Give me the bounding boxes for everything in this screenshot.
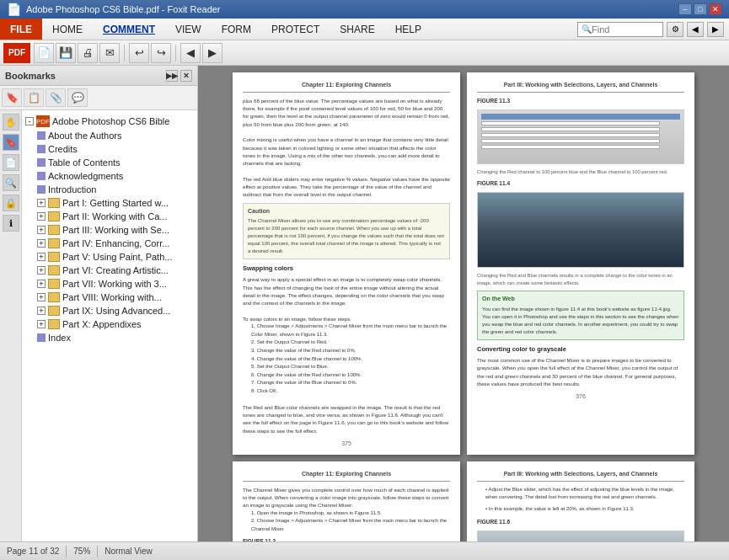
sidebar-icon-comment[interactable]: 💬 — [67, 88, 88, 107]
maximize-button[interactable]: □ — [694, 3, 707, 15]
bookmark-pdf-icon: PDF — [36, 115, 50, 127]
sidebar-collapse-button[interactable]: ✕ — [180, 70, 192, 82]
pdf-row-1: Chapter 11: Exploring Channels plus 68 p… — [205, 72, 722, 455]
title-bar-left: 📄 Adobe Photoshop CS6 Bible.pdf - Foxit … — [7, 3, 221, 16]
menu-comment[interactable]: COMMENT — [93, 19, 165, 40]
dialog-header — [481, 114, 680, 120]
sidebar-icon-bookmark[interactable]: 🔖 — [2, 88, 22, 107]
figure-box-378-1 — [477, 531, 684, 541]
bookmarks-label: Bookmarks — [5, 71, 56, 81]
step-1: 1. Choose Image > Adjustments > Channel … — [251, 323, 450, 339]
status-bar: Page 11 of 32 75% Normal View — [0, 541, 729, 560]
minimize-button[interactable]: – — [678, 3, 692, 15]
menu-form[interactable]: FORM — [212, 19, 261, 40]
title-bar: 📄 Adobe Photoshop CS6 Bible.pdf - Foxit … — [0, 0, 729, 19]
left-icon-bookmark[interactable]: 🔖 — [3, 134, 19, 151]
bookmark-folder-4 — [48, 238, 60, 248]
save-button[interactable]: 💾 — [56, 43, 76, 63]
menu-view[interactable]: VIEW — [165, 19, 212, 40]
bookmark-about-authors[interactable]: About the Authors — [22, 129, 197, 142]
title-bar-controls[interactable]: – □ ✕ — [678, 3, 722, 15]
left-icon-search[interactable]: 🔍 — [3, 174, 19, 191]
bookmark-index[interactable]: Index — [22, 331, 197, 344]
page-378-chapter-header: Part III: Working with Selections, Layer… — [477, 470, 684, 482]
bookmark-label-part7: Part VII: Working with 3... — [62, 279, 194, 289]
status-zoom: 75% — [73, 547, 90, 556]
sidebar-icon-layers[interactable]: 📋 — [24, 88, 44, 107]
bookmark-part1[interactable]: + Part I: Getting Started w... — [22, 196, 197, 210]
menu-file[interactable]: FILE — [0, 19, 42, 40]
left-icon-hand[interactable]: ✋ — [3, 114, 19, 131]
bookmark-part4[interactable]: + Part IV: Enhancing, Corr... — [22, 237, 197, 250]
bookmark-folder-6 — [48, 265, 60, 275]
bookmark-part5[interactable]: + Part V: Using Paint, Path... — [22, 250, 197, 264]
bookmark-introduction[interactable]: Introduction — [22, 183, 197, 196]
bookmark-expand-7[interactable]: + — [37, 280, 46, 288]
step-8: 8. Click OK. — [251, 387, 450, 396]
bookmark-folder-8 — [48, 292, 60, 302]
bookmark-part3[interactable]: + Part III: Working with Se... — [22, 223, 197, 237]
sidebar-icon-row: 🔖 📋 📎 💬 — [0, 86, 197, 110]
bookmark-part8[interactable]: + Part VIII: Working with... — [22, 291, 197, 304]
bookmark-expand-3[interactable]: + — [37, 226, 46, 234]
bookmark-expand-2[interactable]: + — [37, 212, 46, 221]
bookmark-folder-2 — [48, 211, 60, 221]
sidebar-expand-button[interactable]: ▶▶ — [166, 70, 178, 82]
left-icon-lock[interactable]: 🔒 — [3, 195, 19, 211]
menu-help[interactable]: HELP — [385, 19, 432, 40]
bookmark-part7[interactable]: + Part VII: Working with 3... — [22, 277, 197, 291]
bookmark-part9[interactable]: + Part IX: Using Advanced... — [22, 304, 197, 317]
nav-forward-button[interactable]: ▶ — [707, 22, 724, 37]
bookmark-root-item[interactable]: - PDF Adobe Photoshop CS6 Bible — [22, 114, 197, 129]
content-area[interactable]: Chapter 11: Exploring Channels plus 68 p… — [198, 66, 729, 541]
bookmark-expand-5[interactable]: + — [37, 253, 46, 261]
bookmark-expand-4[interactable]: + — [37, 239, 46, 248]
bookmark-expand-6[interactable]: + — [37, 266, 46, 275]
close-button[interactable]: ✕ — [709, 3, 722, 15]
bookmark-expand-1[interactable]: + — [37, 199, 46, 207]
on-web-box: On the Web You can find the image shown … — [477, 291, 684, 340]
sidebar-icon-attach[interactable]: 📎 — [46, 88, 66, 107]
search-settings-button[interactable]: ⚙ — [667, 22, 683, 37]
new-button[interactable]: 📄 — [34, 43, 54, 63]
page-377-steps: 1. Open the image in Photoshop, as shown… — [243, 509, 450, 534]
bookmark-toc[interactable]: Table of Contents — [22, 156, 197, 169]
bookmark-bullet-5 — [37, 185, 46, 194]
sidebar-header-buttons: ▶▶ ✕ — [166, 70, 192, 82]
print-button[interactable]: 🖨 — [78, 43, 98, 63]
bookmark-credits[interactable]: Credits — [22, 142, 197, 156]
page-375-chapter-header: Chapter 11: Exploring Channels — [243, 81, 450, 93]
bookmark-expand-8[interactable]: + — [37, 293, 46, 301]
nav-back-button[interactable]: ◀ — [687, 22, 704, 37]
page-377-chapter-header: Chapter 11: Exploring Channels — [243, 470, 450, 482]
bookmark-expand-root[interactable]: - — [25, 117, 34, 125]
undo-button[interactable]: ↩ — [129, 43, 149, 63]
dialog-row-5 — [481, 145, 660, 149]
menu-share[interactable]: SHARE — [330, 19, 384, 40]
page-378-body: • Adjust the Blue slider, which has the … — [477, 486, 684, 541]
pdf-page-375: Chapter 11: Exploring Channels plus 68 p… — [233, 72, 460, 455]
bookmark-label-toc: Table of Contents — [48, 157, 194, 168]
bookmark-part2[interactable]: + Part II: Working with Ca... — [22, 210, 197, 223]
step-6: 6. Change the value of the Red channel t… — [251, 371, 450, 380]
search-input[interactable] — [592, 24, 659, 35]
bookmark-expand-9[interactable]: + — [37, 307, 46, 315]
bookmarks-tree: - PDF Adobe Photoshop CS6 Bible About th… — [22, 110, 197, 541]
email-button[interactable]: ✉ — [99, 43, 120, 63]
search-box[interactable]: 🔍 — [577, 22, 663, 37]
menu-home[interactable]: HOME — [42, 19, 93, 40]
redo-button[interactable]: ↪ — [151, 43, 171, 63]
bookmark-part6[interactable]: + Part VI: Creating Artistic... — [22, 264, 197, 277]
bookmark-part10[interactable]: + Part X: Appendixes — [22, 317, 197, 331]
bookmark-expand-10[interactable]: + — [37, 320, 46, 328]
bookmark-folder-9 — [48, 306, 60, 316]
convert-heading: Converting color to grayscale — [477, 344, 684, 354]
bookmark-acknowledgments[interactable]: Acknowledgments — [22, 169, 197, 183]
left-icon-info[interactable]: ℹ — [3, 215, 19, 232]
left-icon-page[interactable]: 📄 — [3, 154, 19, 171]
next-page-button[interactable]: ▶ — [202, 43, 222, 63]
photo-image — [478, 193, 683, 267]
bookmark-label-part4: Part IV: Enhancing, Corr... — [62, 238, 194, 248]
menu-protect[interactable]: PROTECT — [261, 19, 330, 40]
prev-page-button[interactable]: ◀ — [180, 43, 201, 63]
